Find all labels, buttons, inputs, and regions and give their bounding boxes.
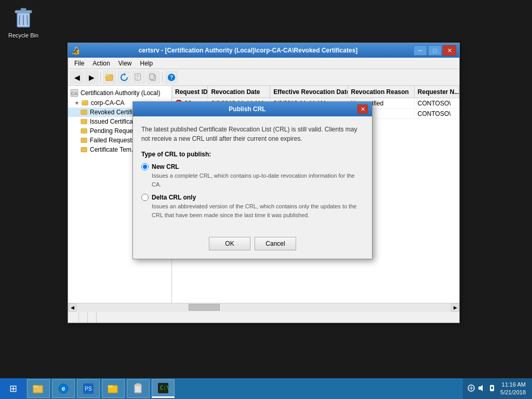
- scroll-right-button[interactable]: ▶: [451, 303, 459, 312]
- minimize-button[interactable]: ─: [414, 45, 427, 56]
- dialog-footer: OK Cancel: [133, 233, 372, 259]
- svg-text:PS: PS: [85, 386, 92, 392]
- tree-item-pending-label: Pending Reque...: [90, 127, 138, 135]
- tree-item-failed-label: Failed Requests: [90, 137, 135, 144]
- svg-rect-21: [81, 119, 87, 124]
- folder-button[interactable]: [103, 71, 116, 84]
- tray-network-icon[interactable]: [467, 384, 475, 394]
- help-button[interactable]: ?: [165, 71, 178, 84]
- svg-rect-43: [491, 387, 493, 389]
- recycle-bin-icon[interactable]: Recycle Bin: [5, 5, 42, 38]
- toolbar-separator-1: [100, 72, 101, 83]
- toolbar: ◀ ▶ ?: [68, 69, 459, 86]
- maximize-button[interactable]: □: [428, 45, 442, 56]
- title-bar-buttons: ─ □ ✕: [414, 45, 456, 56]
- svg-rect-23: [81, 138, 87, 143]
- forward-button[interactable]: ▶: [85, 71, 98, 84]
- radio-label-delta-crl[interactable]: Delta CRL only: [141, 194, 364, 201]
- taskbar-app-file-explorer[interactable]: [27, 379, 50, 398]
- dialog-title: Publish CRL: [137, 105, 357, 113]
- col-requester[interactable]: Requester N...: [415, 86, 459, 98]
- status-segment-3: [88, 312, 97, 323]
- svg-rect-13: [150, 74, 154, 79]
- taskbar: ⊞ e PS C:\: [0, 378, 532, 399]
- svg-text:CA: CA: [71, 91, 78, 96]
- tree-item-ca-label: corp-CA-CA: [91, 99, 125, 107]
- taskbar-clock[interactable]: 11:16 AM 5/21/2018: [498, 381, 528, 397]
- radio-new-crl[interactable]: [141, 163, 149, 170]
- radio-label-new-crl[interactable]: New CRL: [141, 163, 364, 170]
- status-bar: [68, 311, 459, 323]
- dialog-ok-button[interactable]: OK: [209, 237, 250, 250]
- status-segment-1: [70, 312, 79, 323]
- taskbar-app-powershell[interactable]: PS: [77, 379, 100, 398]
- svg-text:e: e: [62, 385, 65, 392]
- export-button[interactable]: [132, 71, 145, 84]
- scroll-left-button[interactable]: ◀: [68, 303, 76, 312]
- svg-line-5: [27, 15, 28, 25]
- svg-rect-34: [136, 383, 140, 385]
- dialog-section-label: Type of CRL to publish:: [141, 151, 364, 158]
- taskbar-app-clipboard[interactable]: [127, 379, 150, 398]
- svg-rect-2: [21, 8, 26, 11]
- svg-rect-7: [105, 75, 109, 76]
- svg-text:C:\: C:\: [160, 385, 169, 391]
- radio-option-delta-crl: Delta CRL only Issues an abbreviated ver…: [141, 194, 364, 219]
- dialog-title-bar: Publish CRL ✕: [133, 102, 372, 116]
- tray-volume-icon[interactable]: [477, 384, 486, 394]
- window-title: certsrv - [Certification Authority (Loca…: [83, 47, 414, 54]
- radio-delta-crl[interactable]: [141, 194, 149, 201]
- publish-crl-dialog: Publish CRL ✕ The latest published Certi…: [132, 101, 373, 259]
- cell-requester-2: CONTOSO\: [415, 110, 459, 118]
- taskbar-app-folder[interactable]: [102, 379, 125, 398]
- scroll-thumb[interactable]: [189, 304, 220, 311]
- col-revocation-date[interactable]: Revocation Date: [208, 86, 270, 98]
- taskbar-app-internet-explorer[interactable]: e: [52, 379, 75, 398]
- start-button[interactable]: ⊞: [0, 378, 26, 399]
- radio-new-crl-desc: Issues a complete CRL, which contains up…: [152, 171, 364, 189]
- svg-rect-32: [108, 385, 113, 388]
- svg-rect-26: [33, 385, 38, 388]
- dialog-close-button[interactable]: ✕: [357, 104, 368, 114]
- menu-file[interactable]: File: [70, 59, 88, 68]
- title-bar: 🔏 certsrv - [Certification Authority (Lo…: [68, 43, 459, 58]
- tree-item-root[interactable]: CA Certification Authority (Local): [68, 88, 171, 98]
- cell-requester-1: CONTOSO\: [415, 99, 459, 108]
- svg-rect-20: [81, 110, 87, 115]
- taskbar-system-tray: 11:16 AM 5/21/2018: [463, 378, 532, 399]
- svg-rect-19: [82, 101, 85, 102]
- menu-help[interactable]: Help: [136, 59, 157, 68]
- back-button[interactable]: ◀: [70, 71, 84, 84]
- close-button[interactable]: ✕: [443, 45, 456, 56]
- col-reason[interactable]: Revocation Reason: [348, 86, 415, 98]
- refresh-button[interactable]: [117, 71, 131, 84]
- radio-new-crl-label: New CRL: [152, 163, 179, 170]
- scroll-track[interactable]: [76, 303, 451, 312]
- svg-rect-24: [81, 148, 87, 152]
- app-icon: 🔏: [71, 46, 79, 55]
- tray-security-icon[interactable]: [488, 384, 496, 394]
- svg-marker-41: [481, 385, 483, 391]
- col-request-id[interactable]: Request ID: [172, 86, 208, 98]
- svg-line-3: [19, 15, 20, 25]
- menu-action[interactable]: Action: [88, 59, 114, 68]
- tree-item-issued-label: Issued Certifica...: [90, 118, 138, 125]
- toolbar-separator-2: [162, 72, 163, 83]
- radio-delta-crl-label: Delta CRL only: [152, 194, 196, 201]
- taskbar-app-terminal[interactable]: C:\: [152, 379, 175, 398]
- table-header: Request ID Revocation Date Effective Rev…: [172, 86, 459, 98]
- svg-rect-40: [478, 387, 481, 390]
- copy-button[interactable]: [147, 71, 160, 84]
- scrollbar-horizontal[interactable]: ◀ ▶: [68, 303, 459, 311]
- taskbar-apps: e PS C:\: [26, 378, 463, 399]
- col-effective-date[interactable]: Effective Revocation Date: [270, 86, 348, 98]
- menu-view[interactable]: View: [114, 59, 136, 68]
- dialog-cancel-button[interactable]: Cancel: [255, 237, 296, 250]
- tree-item-root-label: Certification Authority (Local): [81, 89, 160, 97]
- desktop: Recycle Bin 🔏 certsrv - [Certification A…: [0, 0, 532, 399]
- radio-option-new-crl: New CRL Issues a complete CRL, which con…: [141, 163, 364, 189]
- clock-date: 5/21/2018: [500, 389, 526, 396]
- radio-delta-crl-desc: Issues an abbreviated version of the CRL…: [152, 202, 364, 219]
- svg-rect-22: [81, 129, 87, 134]
- dialog-body: The latest published Certificate Revocat…: [133, 116, 372, 233]
